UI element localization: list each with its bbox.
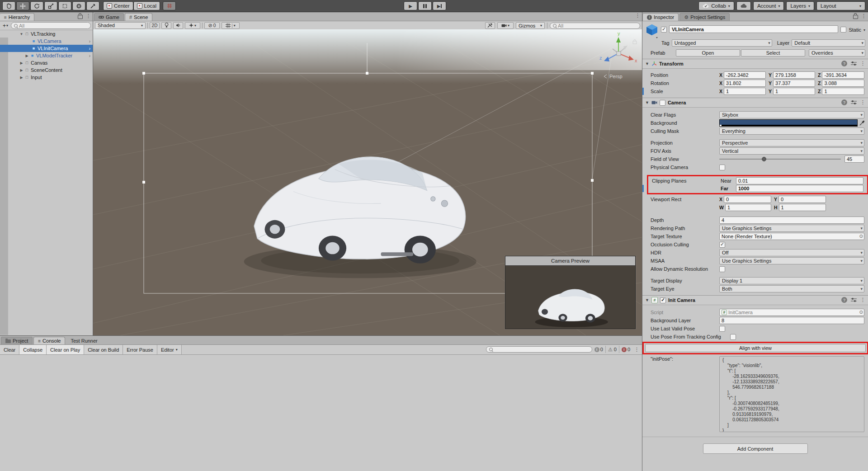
scene-audio-toggle[interactable] — [173, 22, 183, 29]
hierarchy-item-canvas[interactable]: ▶ □ Canvas — [0, 59, 93, 66]
camera-enabled-checkbox[interactable] — [660, 100, 665, 106]
presets-icon[interactable] — [851, 100, 857, 105]
scene-viewport[interactable]: y x z Persp Camera Preview — [93, 29, 642, 335]
hierarchy-item-vltracking[interactable]: ▼ □ VLTracking — [0, 30, 93, 38]
clipping-far-field[interactable]: 1000 — [736, 185, 863, 192]
editor-dropdown[interactable]: Editor▾ — [157, 345, 182, 354]
collapse-arrow-icon[interactable]: ▶ — [19, 68, 24, 72]
console-menu-icon[interactable]: ⋮ — [634, 347, 639, 352]
scene-menu-icon[interactable]: ⋮ — [635, 13, 640, 18]
scale-x-field[interactable]: 1 — [724, 88, 766, 95]
transform-tool-icon[interactable] — [72, 1, 85, 10]
target-eye-dropdown[interactable]: Both — [719, 285, 864, 292]
init-camera-enabled-checkbox[interactable] — [660, 297, 666, 303]
inspector-menu-icon[interactable]: ⋮ — [861, 14, 866, 19]
add-component-button[interactable]: Add Component — [703, 443, 808, 454]
collapse-arrow-icon[interactable]: ▶ — [19, 75, 24, 80]
scene-camera-settings-dropdown[interactable]: ▾ — [497, 22, 514, 29]
error-pause-toggle[interactable]: Error Pause — [123, 345, 157, 354]
position-z-field[interactable]: -391.3634 — [822, 71, 864, 79]
position-x-field[interactable]: -262.3482 — [724, 71, 766, 79]
hierarchy-tab[interactable]: ≡ Hierarchy — [0, 13, 34, 21]
background-layer-field[interactable]: 8 — [719, 317, 864, 324]
hierarchy-item-input[interactable]: ▶ □ Input — [0, 74, 93, 81]
occlusion-culling-checkbox[interactable] — [719, 242, 725, 248]
2d-toggle[interactable]: 2D — [150, 22, 160, 29]
layout-dropdown[interactable]: Layout▾ — [816, 1, 865, 10]
collapse-arrow-icon[interactable]: ▶ — [24, 54, 29, 58]
name-field[interactable]: VLInitCamera — [669, 25, 838, 33]
console-tab[interactable]: ≡ Console — [33, 337, 65, 344]
prefab-chevron-icon[interactable]: › — [89, 46, 90, 51]
projection-dropdown[interactable]: Perspective — [719, 139, 864, 146]
static-checkbox[interactable] — [840, 27, 846, 33]
console-search-input[interactable] — [486, 346, 592, 353]
account-dropdown[interactable]: Account▾ — [753, 1, 784, 10]
clear-on-play-toggle[interactable]: Clear on Play — [47, 345, 84, 354]
play-button[interactable]: ▶ — [404, 1, 417, 10]
depth-field[interactable]: 4 — [719, 217, 864, 224]
collab-dropdown[interactable]: Collab▾ — [698, 1, 734, 10]
foldout-arrow-icon[interactable]: ▼ — [645, 61, 649, 66]
prefab-chevron-icon[interactable]: › — [89, 53, 90, 58]
scene-search-input[interactable]: All — [550, 23, 640, 29]
hierarchy-item-vlmodeltracker[interactable]: ▶ ■ VLModelTracker › — [0, 52, 93, 59]
init-pose-json-field[interactable]: { "type": "visionlib", "t": [ -28.162933… — [719, 356, 864, 432]
background-color-swatch[interactable] — [719, 119, 858, 127]
inspector-lock-icon[interactable] — [853, 15, 858, 19]
component-menu-icon[interactable]: ⋮ — [860, 61, 865, 66]
clear-flags-dropdown[interactable]: Skybox — [719, 111, 864, 118]
hierarchy-add-button[interactable]: +▾ — [2, 23, 9, 29]
layers-dropdown[interactable]: Layers▾ — [786, 1, 814, 10]
rect-tool-icon[interactable] — [58, 1, 71, 10]
scene-tab[interactable]: # Scene — [125, 13, 152, 21]
object-picker-icon[interactable]: ⊙ — [859, 234, 863, 239]
rotation-y-field[interactable]: 37.337 — [773, 80, 815, 87]
presets-icon[interactable] — [851, 297, 857, 302]
game-tab[interactable]: Game — [94, 13, 124, 21]
viewport-h-field[interactable]: 1 — [779, 204, 826, 211]
expand-arrow-icon[interactable]: ▼ — [19, 32, 24, 36]
allow-dynamic-resolution-checkbox[interactable] — [719, 266, 725, 272]
prefab-overrides-dropdown[interactable]: Overrides — [809, 49, 865, 57]
scene-effects-dropdown[interactable]: ▾ — [185, 22, 200, 29]
hand-tool-icon[interactable] — [2, 1, 15, 10]
viewport-y-field[interactable]: 0 — [778, 196, 826, 203]
rotate-tool-icon[interactable] — [30, 1, 43, 10]
pivot-center-toggle[interactable]: Center — [103, 1, 133, 10]
prefab-chevron-icon[interactable]: › — [89, 39, 90, 44]
console-log-area[interactable] — [0, 355, 642, 471]
help-icon[interactable]: ? — [841, 99, 847, 105]
clear-button[interactable]: Clear — [0, 345, 19, 354]
align-with-view-button[interactable]: Align with view — [645, 344, 866, 352]
viewport-w-field[interactable]: 1 — [725, 204, 771, 211]
grid-snap-toggle[interactable] — [163, 1, 176, 10]
component-menu-icon[interactable]: ⋮ — [860, 100, 865, 105]
clear-on-build-toggle[interactable]: Clear on Build — [84, 345, 123, 354]
use-last-valid-pose-checkbox[interactable] — [719, 326, 725, 332]
scale-y-field[interactable]: 1 — [773, 88, 815, 95]
tool-settings-button[interactable] — [485, 22, 495, 29]
inspector-tab[interactable]: i Inspector — [642, 13, 679, 21]
foldout-arrow-icon[interactable]: ▼ — [645, 100, 649, 105]
transform-component-header[interactable]: ▼ Transform ? ⋮ — [642, 59, 868, 69]
prefab-select-button[interactable]: Select — [741, 49, 805, 57]
hierarchy-menu-icon[interactable]: ⋮ — [86, 14, 91, 19]
hierarchy-lock-icon[interactable] — [78, 15, 83, 19]
rotation-z-field[interactable]: 3.088 — [822, 80, 864, 87]
target-texture-object-field[interactable]: None (Render Texture) ⊙ — [719, 233, 864, 240]
physical-camera-checkbox[interactable] — [719, 165, 725, 170]
hdr-dropdown[interactable]: Off — [719, 249, 864, 256]
pause-button[interactable] — [418, 1, 432, 10]
scale-z-field[interactable]: 1 — [822, 88, 864, 95]
gizmos-dropdown[interactable]: Gizmos▾ — [516, 22, 545, 29]
collapse-toggle[interactable]: Collapse — [19, 345, 47, 354]
hierarchy-item-vlcamera[interactable]: ■ VLCamera › — [0, 38, 93, 45]
active-checkbox[interactable] — [661, 27, 667, 33]
fov-slider[interactable] — [719, 159, 841, 160]
object-picker-icon[interactable]: ⊙ — [859, 310, 863, 315]
camera-component-header[interactable]: ▼ Camera ? ⋮ — [642, 98, 868, 108]
help-icon[interactable]: ? — [841, 61, 847, 66]
orientation-local-toggle[interactable]: Local — [133, 1, 160, 10]
help-icon[interactable]: ? — [841, 297, 847, 303]
